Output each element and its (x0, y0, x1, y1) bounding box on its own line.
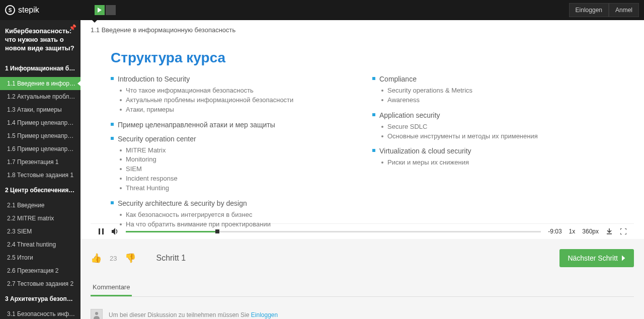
time-remaining: -9:03 (548, 228, 561, 235)
lesson-item[interactable]: 2.6 Презентация 2 (0, 264, 80, 277)
slide-topic-head: Virtualization & cloud security (372, 147, 614, 155)
svg-point-6 (95, 312, 98, 315)
next-step-button[interactable]: Nächster Schritt (559, 249, 634, 267)
svg-rect-2 (102, 228, 104, 234)
thumbs-up-icon[interactable]: 👍 (91, 253, 102, 264)
slide-sub-item: Риски и меры их снижения (381, 158, 614, 168)
comment-prompt: Um bei dieser Diskussion zu teilnehmen m… (91, 297, 634, 319)
slide-sub-item: SIEM (120, 165, 352, 174)
lesson-item[interactable]: 2.3 SIEM (0, 225, 80, 238)
signup-button[interactable]: Anmel (609, 3, 639, 17)
step-pointer-icon (92, 20, 97, 23)
slide-topic: Security operation centerMITRE MatrixMon… (111, 135, 352, 193)
pin-icon[interactable]: 📌 (69, 24, 76, 31)
slide-sub-item: MITRE Matrix (120, 146, 352, 155)
fullscreen-icon[interactable] (620, 228, 627, 235)
lesson-item[interactable]: 2.1 Введение (0, 199, 80, 212)
slide-sub-item: Как безопасность интегрируется в бизнес (120, 210, 352, 220)
volume-icon[interactable] (112, 228, 119, 235)
step-box-2[interactable] (106, 5, 116, 15)
slide-sub-item: Актуальные проблемы информационной безоп… (120, 96, 352, 105)
slide-topic-head: Compliance (372, 75, 614, 83)
svg-rect-4 (607, 233, 612, 234)
lesson-item[interactable]: 2.4 Threat hunting (0, 238, 80, 251)
step-nav (95, 5, 116, 15)
lesson-item[interactable]: 2.5 Итоги (0, 251, 80, 264)
step-title: Schritt 1 (156, 254, 186, 263)
tab-comments[interactable]: Kommentare (91, 279, 132, 296)
topbar-right: Einloggen Anmel (569, 3, 639, 17)
svg-marker-5 (622, 255, 625, 261)
lesson-item[interactable]: 1.2 Актуальные проблем… (0, 90, 80, 103)
slide-title: Структура курса (111, 50, 614, 66)
video-quality[interactable]: 360px (582, 228, 599, 235)
slide-sub-item: Incident response (120, 174, 352, 184)
thumbs-down-icon[interactable]: 👎 (125, 253, 136, 264)
progress-fill (126, 231, 217, 232)
progress-bar[interactable] (126, 231, 541, 232)
prompt-text: Um bei dieser Diskussion zu teilnehmen m… (109, 311, 278, 318)
slide-topic-head: Introduction to Security (111, 75, 352, 83)
slide-sub-item: Атаки, примеры (120, 105, 352, 115)
slide-sub-item: Security operations & Metrics (381, 86, 614, 96)
video-container: Структура курса Introduction to Security… (91, 40, 634, 239)
avatar-icon (91, 309, 103, 319)
slide-topic-head: Пример целенаправленной атаки и мер защи… (111, 121, 352, 129)
slide-sub-item: На что обратить внимание при проектирова… (120, 220, 352, 229)
slide-topic: Introduction to SecurityЧто такое информ… (111, 75, 352, 115)
lesson-item[interactable]: 1.5 Пример целенаправле… (0, 129, 80, 142)
content: 1.1 Введение в информационную безопаснос… (80, 20, 644, 319)
slide-sub-item: Monitoring (120, 155, 352, 165)
topbar: S stepik Einloggen Anmel (0, 0, 644, 20)
section-header[interactable]: 3 Архитектура безопаснос… (0, 290, 80, 307)
lesson-item[interactable]: 3.1 Безопасность инфрас… (0, 307, 80, 319)
lesson-item[interactable]: 2.7 Тестовые задания 2 (0, 277, 80, 290)
action-row: 👍 23 👎 Schritt 1 Nächster Schritt (91, 249, 634, 274)
slide-sub-item: Awareness (381, 96, 614, 105)
download-icon[interactable] (606, 228, 613, 235)
playback-speed[interactable]: 1x (569, 228, 576, 235)
lesson-item[interactable]: 1.3 Атаки, примеры (0, 103, 80, 116)
lesson-item[interactable]: 1.4 Пример целенаправле… (0, 116, 80, 129)
step-box-1[interactable] (95, 5, 105, 15)
pause-icon[interactable] (98, 228, 105, 235)
progress-thumb[interactable] (215, 229, 219, 233)
slide-sub-item: Threat Hunting (120, 184, 352, 193)
svg-marker-0 (98, 8, 102, 13)
slide-sub-item: Что такое информационная безопасность (120, 86, 352, 96)
svg-rect-1 (99, 228, 100, 234)
lesson-item[interactable]: 1.8 Тестовые задания 1 (0, 169, 80, 182)
lesson-item[interactable]: 2.2 MITRE matrix (0, 212, 80, 225)
logo-icon: S (5, 5, 15, 15)
login-link[interactable]: Einloggen (251, 311, 278, 318)
next-step-label: Nächster Schritt (568, 254, 618, 262)
like-count: 23 (110, 255, 117, 262)
slide-topic-head: Application security (372, 111, 614, 119)
video-slide: Структура курса Introduction to Security… (91, 40, 634, 223)
lesson-item[interactable]: 1.6 Пример целенаправле… (0, 142, 80, 155)
lesson-item[interactable]: 1.7 Презентация 1 (0, 155, 80, 169)
slide-topic: Virtualization & cloud securityРиски и м… (372, 147, 614, 168)
slide-topic-head: Security architecture & security by desi… (111, 199, 352, 207)
lesson-item[interactable]: 1.1 Введение в информац… (0, 77, 80, 90)
slide-sub-item: Secure SDLC (381, 122, 614, 132)
slide-topic: ComplianceSecurity operations & MetricsA… (372, 75, 614, 105)
slide-topic: Security architecture & security by desi… (111, 199, 352, 229)
slide-topic: Пример целенаправленной атаки и мер защи… (111, 121, 352, 129)
tabs: Kommentare (91, 279, 634, 297)
svg-marker-3 (112, 228, 115, 235)
brand-text: stepik (18, 6, 39, 15)
slide-topic-head: Security operation center (111, 135, 352, 143)
course-title[interactable]: Кибербезопасность: что нужно знать о нов… (0, 20, 80, 60)
sidebar: 📌 Кибербезопасность: что нужно знать о н… (0, 20, 80, 319)
slide-sub-item: Основные инструменты и методы их примене… (381, 132, 614, 141)
logo[interactable]: S stepik (5, 5, 39, 15)
section-header[interactable]: 1 Информационная безоп… (0, 60, 80, 77)
login-button[interactable]: Einloggen (569, 3, 609, 17)
breadcrumb: 1.1 Введение в информационную безопаснос… (80, 20, 644, 40)
below-video: 👍 23 👎 Schritt 1 Nächster Schritt Kommen… (80, 239, 644, 319)
slide-topic: Application securitySecure SDLCОсновные … (372, 111, 614, 141)
section-header[interactable]: 2 Центр обеспечения безо… (0, 182, 80, 199)
